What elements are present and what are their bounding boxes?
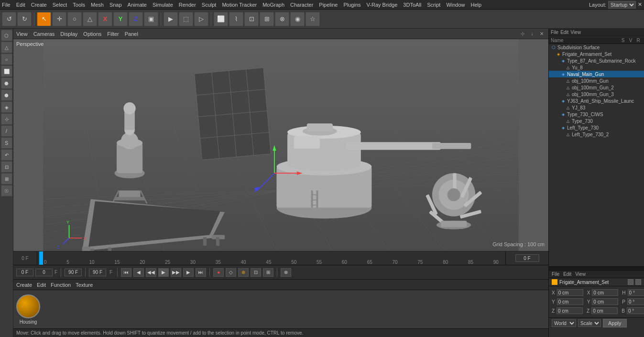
x-axis-button[interactable]: X	[98, 12, 112, 26]
bottom-tab-function[interactable]: Function	[51, 282, 71, 288]
menu-edit[interactable]: Edit	[16, 2, 25, 8]
tree-item-gun2[interactable]: △ obj_100mm_Gun_2	[549, 84, 644, 91]
scene-file-menu[interactable]: File	[551, 30, 558, 35]
layout-select[interactable]: Startup	[608, 1, 636, 9]
menu-mograph[interactable]: MoGraph	[262, 2, 284, 8]
render-region-button[interactable]: ⬚	[179, 12, 193, 26]
attr-z-scale[interactable]	[591, 307, 618, 314]
tree-item-gun3[interactable]: △ obj_100mm_Gun_3	[549, 91, 644, 98]
tree-item-subdivision[interactable]: ⬡ Subdivision Surface	[549, 44, 644, 51]
viewport-view-menu[interactable]: View	[16, 31, 28, 37]
tree-item-yj83[interactable]: △ YJ_83	[549, 104, 644, 111]
attr-y-pos[interactable]	[557, 298, 583, 305]
menu-pipeline[interactable]: Pipeline	[319, 2, 338, 8]
left-tool-4[interactable]: ⬜	[1, 65, 12, 77]
menu-render[interactable]: Render	[179, 2, 196, 8]
tree-item-frigate[interactable]: ◈ Frigate_Armament_Set	[549, 51, 644, 57]
cube-button[interactable]: ⬜	[214, 12, 228, 26]
apply-button[interactable]: Apply	[603, 319, 627, 327]
record-button[interactable]: ●	[213, 268, 224, 277]
animation-button[interactable]: ▶	[164, 12, 178, 26]
attr-file-tab[interactable]: Edit	[563, 272, 571, 277]
attr-name-tab[interactable]: File	[552, 272, 559, 277]
left-tool-9[interactable]: /	[1, 125, 12, 137]
menu-vray-bridge[interactable]: V-Ray Bridge	[367, 2, 398, 8]
close-icon[interactable]: ✕	[638, 1, 642, 8]
scale-tool-button[interactable]: ○	[67, 12, 82, 26]
right-scrollbar[interactable]	[549, 266, 644, 270]
playback-end-field[interactable]	[89, 269, 106, 276]
bottom-tab-texture[interactable]: Texture	[76, 282, 93, 288]
select-tool-button[interactable]: ↖	[37, 12, 51, 26]
tree-item-type730[interactable]: △ Type_730	[549, 118, 644, 124]
timeline-indicator[interactable]	[39, 251, 43, 265]
menu-tools[interactable]: Tools	[73, 2, 85, 8]
material-thumbnail[interactable]	[16, 294, 40, 318]
menu-3dtoall[interactable]: 3DToAll	[403, 2, 421, 8]
render-button[interactable]: ▷	[194, 12, 208, 26]
tree-item-type87[interactable]: ◈ Type_87_Anti_Submarine_Rock	[549, 57, 644, 64]
menu-mesh[interactable]: Mesh	[91, 2, 104, 8]
play-reverse-button[interactable]: ◀◀	[146, 268, 156, 277]
left-tool-7[interactable]: ◈	[1, 101, 12, 113]
menu-plugins[interactable]: Plugins	[343, 2, 360, 8]
left-tool-2[interactable]: △	[1, 42, 12, 53]
undo-button[interactable]: ↺	[2, 12, 16, 26]
play-forward-button[interactable]: ▶▶	[171, 268, 181, 277]
camera-button[interactable]: ◉	[290, 12, 305, 26]
tree-item-naval-gun[interactable]: ◈ Naval_Main_Gun	[549, 71, 644, 77]
nurbs-button[interactable]: ⊡	[244, 12, 259, 26]
bottom-tab-edit[interactable]: Edit	[37, 282, 46, 288]
scene-view-menu[interactable]: View	[570, 30, 581, 35]
autokey-button[interactable]: ⊕	[238, 268, 249, 277]
tree-item-yu8[interactable]: △ Yu_8	[549, 64, 644, 71]
goto-end-button[interactable]: ⏭	[196, 268, 206, 277]
goto-start-button[interactable]: ⏮	[121, 268, 131, 277]
menu-snap[interactable]: Snap	[109, 2, 122, 8]
timeline-ruler[interactable]: 0 5 10 15 20 25 30 35 40 45 50 55 60 65 …	[37, 251, 505, 265]
menu-sculpt[interactable]: Sculpt	[202, 2, 217, 8]
menu-window[interactable]: Window	[446, 2, 465, 8]
left-tool-14[interactable]: ☉	[1, 185, 12, 196]
tree-item-gun1[interactable]: △ obj_100mm_Gun	[549, 77, 644, 84]
step-forward-button[interactable]: ▶	[183, 268, 194, 277]
viewport-filter-menu[interactable]: Filter	[107, 31, 119, 37]
timeline-mode-button[interactable]: ⊞	[263, 268, 273, 277]
menu-character[interactable]: Character	[290, 2, 313, 8]
menu-file[interactable]: File	[2, 2, 11, 8]
scene-button[interactable]: ⊗	[275, 12, 289, 26]
max-frame-field[interactable]	[515, 254, 539, 262]
redo-button[interactable]: ↻	[17, 12, 32, 26]
left-tool-11[interactable]: ↶	[1, 149, 12, 161]
bottom-tab-create[interactable]: Create	[16, 282, 32, 288]
tree-item-yj63[interactable]: ◈ YJ63_Anti_Ship_Missile_Launc	[549, 98, 644, 104]
attr-visibility-toggle[interactable]	[628, 279, 633, 285]
material-item[interactable]: Housing	[16, 294, 40, 325]
scale-mode-select[interactable]: Scale Size	[578, 319, 601, 327]
menu-simulate[interactable]: Simulate	[153, 2, 173, 8]
left-tool-12[interactable]: ⊡	[1, 161, 12, 173]
menu-animate[interactable]: Animate	[128, 2, 147, 8]
world-button[interactable]: ▣	[144, 12, 158, 26]
scene-edit-menu[interactable]: Edit	[560, 30, 568, 35]
deform-button[interactable]: ⊞	[260, 12, 274, 26]
light-button[interactable]: ☆	[306, 12, 320, 26]
viewport-options-menu[interactable]: Options	[83, 31, 101, 37]
viewport-3d[interactable]: Perspective	[13, 39, 548, 251]
spline-button[interactable]: ⌇	[229, 12, 243, 26]
attr-y-scale[interactable]	[592, 298, 618, 305]
viewport-icon-3[interactable]: ✕	[538, 30, 546, 38]
move-tool-button[interactable]: ✛	[52, 12, 66, 26]
viewport-panel-menu[interactable]: Panel	[125, 31, 138, 37]
attr-x-pos[interactable]	[557, 289, 583, 296]
viewport-icon-2[interactable]: ↓	[528, 30, 536, 38]
attr-z-pos[interactable]	[557, 307, 583, 314]
viewport-cameras-menu[interactable]: Cameras	[33, 31, 55, 37]
tree-item-ciws[interactable]: ◈ Type_730_CIWS	[549, 111, 644, 118]
attr-b-rot[interactable]	[627, 307, 644, 314]
fps-display[interactable]	[35, 269, 53, 276]
left-tool-5[interactable]: ⬣	[1, 77, 12, 89]
attr-color-swatch[interactable]	[552, 279, 557, 285]
z-axis-button[interactable]: Z	[129, 12, 143, 26]
tree-item-left730[interactable]: ◈ Left_Type_730	[549, 124, 644, 131]
